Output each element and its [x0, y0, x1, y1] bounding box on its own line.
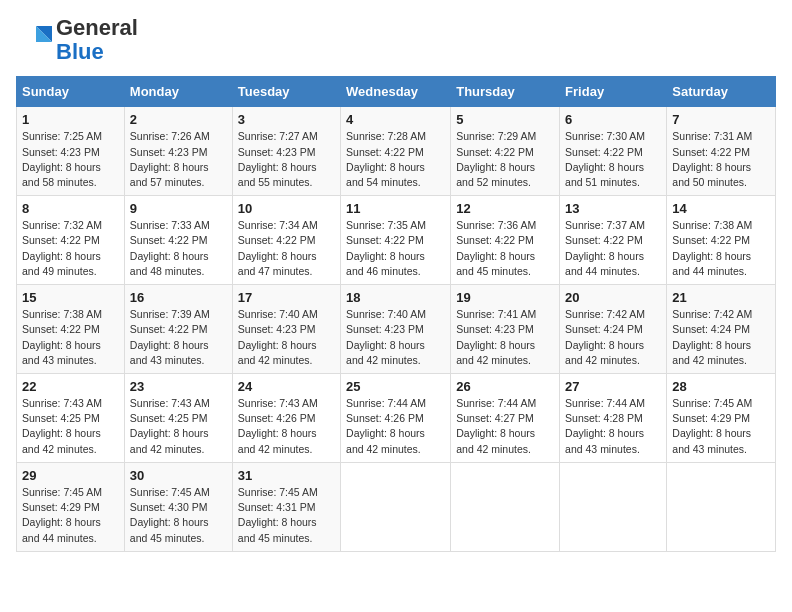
day-number: 2	[130, 112, 227, 127]
day-info: Sunrise: 7:45 AMSunset: 4:29 PMDaylight:…	[672, 397, 752, 455]
day-cell: 10 Sunrise: 7:34 AMSunset: 4:22 PMDaylig…	[232, 196, 340, 285]
week-row-3: 15 Sunrise: 7:38 AMSunset: 4:22 PMDaylig…	[17, 285, 776, 374]
week-row-5: 29 Sunrise: 7:45 AMSunset: 4:29 PMDaylig…	[17, 462, 776, 551]
day-info: Sunrise: 7:30 AMSunset: 4:22 PMDaylight:…	[565, 130, 645, 188]
day-number: 3	[238, 112, 335, 127]
week-row-4: 22 Sunrise: 7:43 AMSunset: 4:25 PMDaylig…	[17, 374, 776, 463]
day-number: 6	[565, 112, 661, 127]
day-cell	[341, 462, 451, 551]
day-number: 18	[346, 290, 445, 305]
day-info: Sunrise: 7:44 AMSunset: 4:27 PMDaylight:…	[456, 397, 536, 455]
day-number: 24	[238, 379, 335, 394]
day-cell: 24 Sunrise: 7:43 AMSunset: 4:26 PMDaylig…	[232, 374, 340, 463]
day-info: Sunrise: 7:44 AMSunset: 4:28 PMDaylight:…	[565, 397, 645, 455]
day-info: Sunrise: 7:40 AMSunset: 4:23 PMDaylight:…	[238, 308, 318, 366]
day-cell: 21 Sunrise: 7:42 AMSunset: 4:24 PMDaylig…	[667, 285, 776, 374]
day-number: 10	[238, 201, 335, 216]
day-number: 5	[456, 112, 554, 127]
day-number: 1	[22, 112, 119, 127]
day-number: 16	[130, 290, 227, 305]
day-cell: 6 Sunrise: 7:30 AMSunset: 4:22 PMDayligh…	[560, 107, 667, 196]
day-cell: 30 Sunrise: 7:45 AMSunset: 4:30 PMDaylig…	[124, 462, 232, 551]
day-info: Sunrise: 7:40 AMSunset: 4:23 PMDaylight:…	[346, 308, 426, 366]
day-number: 29	[22, 468, 119, 483]
logo-icon	[16, 22, 52, 58]
day-number: 12	[456, 201, 554, 216]
logo-text: General Blue	[56, 16, 138, 64]
day-number: 8	[22, 201, 119, 216]
day-cell: 19 Sunrise: 7:41 AMSunset: 4:23 PMDaylig…	[451, 285, 560, 374]
day-info: Sunrise: 7:43 AMSunset: 4:26 PMDaylight:…	[238, 397, 318, 455]
day-info: Sunrise: 7:45 AMSunset: 4:31 PMDaylight:…	[238, 486, 318, 544]
day-info: Sunrise: 7:28 AMSunset: 4:22 PMDaylight:…	[346, 130, 426, 188]
day-info: Sunrise: 7:38 AMSunset: 4:22 PMDaylight:…	[22, 308, 102, 366]
day-number: 17	[238, 290, 335, 305]
day-cell: 28 Sunrise: 7:45 AMSunset: 4:29 PMDaylig…	[667, 374, 776, 463]
day-cell: 18 Sunrise: 7:40 AMSunset: 4:23 PMDaylig…	[341, 285, 451, 374]
day-info: Sunrise: 7:32 AMSunset: 4:22 PMDaylight:…	[22, 219, 102, 277]
day-cell: 3 Sunrise: 7:27 AMSunset: 4:23 PMDayligh…	[232, 107, 340, 196]
week-row-2: 8 Sunrise: 7:32 AMSunset: 4:22 PMDayligh…	[17, 196, 776, 285]
day-cell: 5 Sunrise: 7:29 AMSunset: 4:22 PMDayligh…	[451, 107, 560, 196]
day-cell: 9 Sunrise: 7:33 AMSunset: 4:22 PMDayligh…	[124, 196, 232, 285]
day-cell: 20 Sunrise: 7:42 AMSunset: 4:24 PMDaylig…	[560, 285, 667, 374]
day-number: 7	[672, 112, 770, 127]
logo-line1: General	[56, 16, 138, 40]
day-info: Sunrise: 7:26 AMSunset: 4:23 PMDaylight:…	[130, 130, 210, 188]
day-cell	[560, 462, 667, 551]
day-cell: 27 Sunrise: 7:44 AMSunset: 4:28 PMDaylig…	[560, 374, 667, 463]
day-cell: 1 Sunrise: 7:25 AMSunset: 4:23 PMDayligh…	[17, 107, 125, 196]
calendar-table: SundayMondayTuesdayWednesdayThursdayFrid…	[16, 76, 776, 551]
day-info: Sunrise: 7:29 AMSunset: 4:22 PMDaylight:…	[456, 130, 536, 188]
day-cell	[667, 462, 776, 551]
day-cell: 17 Sunrise: 7:40 AMSunset: 4:23 PMDaylig…	[232, 285, 340, 374]
header-saturday: Saturday	[667, 77, 776, 107]
day-info: Sunrise: 7:45 AMSunset: 4:30 PMDaylight:…	[130, 486, 210, 544]
day-cell: 13 Sunrise: 7:37 AMSunset: 4:22 PMDaylig…	[560, 196, 667, 285]
day-cell: 11 Sunrise: 7:35 AMSunset: 4:22 PMDaylig…	[341, 196, 451, 285]
header-friday: Friday	[560, 77, 667, 107]
day-info: Sunrise: 7:27 AMSunset: 4:23 PMDaylight:…	[238, 130, 318, 188]
day-cell: 8 Sunrise: 7:32 AMSunset: 4:22 PMDayligh…	[17, 196, 125, 285]
day-number: 26	[456, 379, 554, 394]
day-cell: 14 Sunrise: 7:38 AMSunset: 4:22 PMDaylig…	[667, 196, 776, 285]
day-info: Sunrise: 7:44 AMSunset: 4:26 PMDaylight:…	[346, 397, 426, 455]
day-info: Sunrise: 7:38 AMSunset: 4:22 PMDaylight:…	[672, 219, 752, 277]
day-info: Sunrise: 7:43 AMSunset: 4:25 PMDaylight:…	[130, 397, 210, 455]
week-row-1: 1 Sunrise: 7:25 AMSunset: 4:23 PMDayligh…	[17, 107, 776, 196]
day-number: 30	[130, 468, 227, 483]
logo-line2: Blue	[56, 40, 138, 64]
day-info: Sunrise: 7:33 AMSunset: 4:22 PMDaylight:…	[130, 219, 210, 277]
header-wednesday: Wednesday	[341, 77, 451, 107]
day-info: Sunrise: 7:41 AMSunset: 4:23 PMDaylight:…	[456, 308, 536, 366]
day-number: 14	[672, 201, 770, 216]
header-sunday: Sunday	[17, 77, 125, 107]
day-number: 28	[672, 379, 770, 394]
day-info: Sunrise: 7:42 AMSunset: 4:24 PMDaylight:…	[565, 308, 645, 366]
page-header: General Blue	[16, 16, 776, 64]
day-info: Sunrise: 7:43 AMSunset: 4:25 PMDaylight:…	[22, 397, 102, 455]
day-cell: 4 Sunrise: 7:28 AMSunset: 4:22 PMDayligh…	[341, 107, 451, 196]
day-info: Sunrise: 7:35 AMSunset: 4:22 PMDaylight:…	[346, 219, 426, 277]
day-cell: 29 Sunrise: 7:45 AMSunset: 4:29 PMDaylig…	[17, 462, 125, 551]
day-number: 19	[456, 290, 554, 305]
header-monday: Monday	[124, 77, 232, 107]
day-info: Sunrise: 7:45 AMSunset: 4:29 PMDaylight:…	[22, 486, 102, 544]
day-cell: 15 Sunrise: 7:38 AMSunset: 4:22 PMDaylig…	[17, 285, 125, 374]
day-cell: 7 Sunrise: 7:31 AMSunset: 4:22 PMDayligh…	[667, 107, 776, 196]
day-cell	[451, 462, 560, 551]
day-number: 11	[346, 201, 445, 216]
day-info: Sunrise: 7:31 AMSunset: 4:22 PMDaylight:…	[672, 130, 752, 188]
day-number: 27	[565, 379, 661, 394]
day-info: Sunrise: 7:37 AMSunset: 4:22 PMDaylight:…	[565, 219, 645, 277]
day-number: 22	[22, 379, 119, 394]
day-number: 23	[130, 379, 227, 394]
header-thursday: Thursday	[451, 77, 560, 107]
day-info: Sunrise: 7:25 AMSunset: 4:23 PMDaylight:…	[22, 130, 102, 188]
day-cell: 26 Sunrise: 7:44 AMSunset: 4:27 PMDaylig…	[451, 374, 560, 463]
day-number: 21	[672, 290, 770, 305]
logo: General Blue	[16, 16, 138, 64]
day-number: 4	[346, 112, 445, 127]
day-info: Sunrise: 7:39 AMSunset: 4:22 PMDaylight:…	[130, 308, 210, 366]
day-number: 15	[22, 290, 119, 305]
